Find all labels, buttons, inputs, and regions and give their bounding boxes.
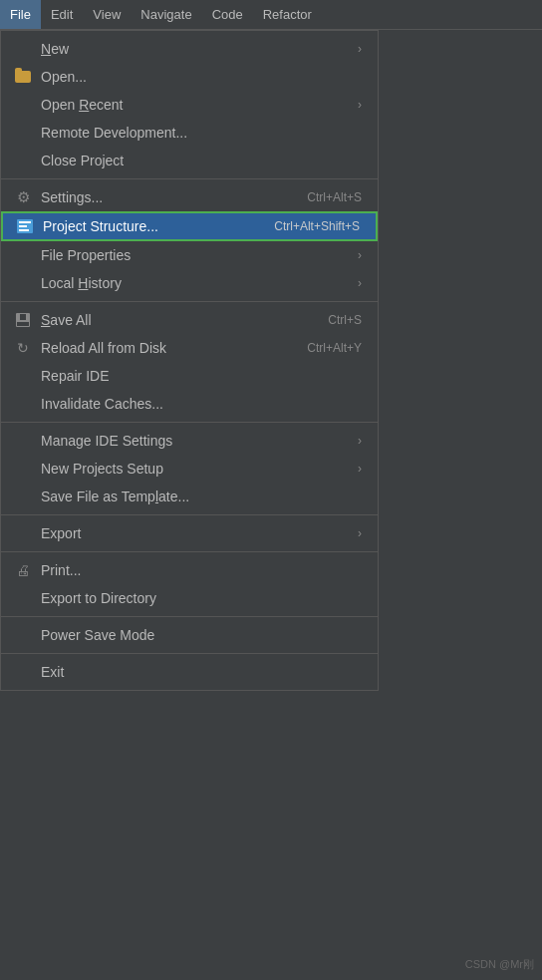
menu-item-invalidate-caches-label: Invalidate Caches... (41, 396, 362, 412)
menu-item-remote-development[interactable]: Remote Development... (1, 119, 378, 147)
menu-item-file-properties[interactable]: File Properties › (1, 241, 378, 269)
menu-item-manage-ide-settings-label: Manage IDE Settings (41, 433, 350, 449)
menu-item-save-file-template[interactable]: Save File as Template... (1, 483, 378, 510)
local-history-arrow-icon: › (358, 276, 362, 290)
menu-item-open-label: Open... (41, 69, 362, 85)
watermark: CSDN @Mr刚 (465, 957, 534, 972)
file-properties-arrow-icon: › (358, 248, 362, 262)
menu-file-label: File (10, 7, 31, 22)
menu-item-save-all-shortcut: Ctrl+S (328, 313, 362, 327)
menu-item-power-save-mode-label: Power Save Mode (41, 627, 362, 643)
separator-6 (1, 616, 378, 617)
menu-item-invalidate-caches[interactable]: Invalidate Caches... (1, 390, 378, 418)
open-folder-icon (11, 71, 35, 83)
file-dropdown-menu: New › Open... Open Recent › Remote Devel… (0, 30, 379, 691)
menu-item-manage-ide-settings[interactable]: Manage IDE Settings › (1, 427, 378, 455)
menu-item-settings-shortcut: Ctrl+Alt+S (307, 190, 362, 204)
menu-item-local-history-label: Local History (41, 275, 350, 291)
export-arrow-icon: › (358, 526, 362, 540)
menu-item-open-recent[interactable]: Open Recent › (1, 91, 378, 119)
menu-navigate-label: Navigate (140, 7, 191, 22)
menu-item-local-history[interactable]: Local History › (1, 269, 378, 297)
separator-3 (1, 422, 378, 423)
open-recent-arrow-icon: › (358, 98, 362, 112)
new-arrow-icon: › (358, 42, 362, 56)
menu-item-open-recent-label: Open Recent (41, 97, 350, 113)
menu-item-reload-all-shortcut: Ctrl+Alt+Y (307, 341, 362, 355)
menu-item-project-structure-label: Project Structure... (43, 218, 254, 234)
menu-item-save-all[interactable]: Save All Ctrl+S (1, 306, 378, 334)
menu-item-settings-label: Settings... (41, 189, 287, 205)
print-icon: 🖨 (11, 562, 35, 578)
menu-code[interactable]: Code (202, 0, 253, 29)
menu-code-label: Code (212, 7, 243, 22)
menu-item-repair-ide[interactable]: Repair IDE (1, 362, 378, 390)
separator-4 (1, 514, 378, 515)
manage-ide-settings-arrow-icon: › (358, 434, 362, 448)
menu-item-save-all-label: Save All (41, 312, 308, 328)
menu-item-file-properties-label: File Properties (41, 247, 350, 263)
menu-refactor-label: Refactor (263, 7, 312, 22)
menu-bar: File Edit View Navigate Code Refactor (0, 0, 542, 30)
menu-view-label: View (93, 7, 121, 22)
menu-item-open[interactable]: Open... (1, 63, 378, 91)
menu-item-new-projects-setup-label: New Projects Setup (41, 461, 350, 477)
separator-5 (1, 551, 378, 552)
menu-item-export-label: Export (41, 525, 350, 541)
separator-7 (1, 653, 378, 654)
menu-refactor[interactable]: Refactor (253, 0, 322, 29)
menu-item-exit[interactable]: Exit (1, 658, 378, 686)
separator-1 (1, 178, 378, 179)
menu-view[interactable]: View (83, 0, 131, 29)
menu-item-new-projects-setup[interactable]: New Projects Setup › (1, 455, 378, 483)
menu-item-power-save-mode[interactable]: Power Save Mode (1, 621, 378, 649)
menu-item-export-directory[interactable]: Export to Directory (1, 584, 378, 612)
watermark-text: CSDN @Mr刚 (465, 958, 534, 970)
separator-2 (1, 301, 378, 302)
menu-edit[interactable]: Edit (41, 0, 83, 29)
menu-item-repair-ide-label: Repair IDE (41, 368, 362, 384)
menu-item-print[interactable]: 🖨 Print... (1, 556, 378, 584)
menu-item-export[interactable]: Export › (1, 519, 378, 547)
menu-item-new[interactable]: New › (1, 35, 378, 63)
save-all-icon (11, 313, 35, 327)
menu-item-exit-label: Exit (41, 664, 362, 680)
menu-item-reload-all[interactable]: ↻ Reload All from Disk Ctrl+Alt+Y (1, 334, 378, 362)
settings-wrench-icon: ⚙ (11, 188, 35, 206)
menu-navigate[interactable]: Navigate (131, 0, 201, 29)
menu-edit-label: Edit (51, 7, 73, 22)
menu-item-close-project[interactable]: Close Project (1, 147, 378, 174)
menu-item-close-project-label: Close Project (41, 153, 362, 168)
reload-all-icon: ↻ (11, 340, 35, 356)
menu-item-settings[interactable]: ⚙ Settings... Ctrl+Alt+S (1, 183, 378, 211)
menu-item-remote-development-label: Remote Development... (41, 125, 362, 141)
menu-item-reload-all-label: Reload All from Disk (41, 340, 287, 356)
menu-item-project-structure-shortcut: Ctrl+Alt+Shift+S (274, 219, 360, 233)
menu-item-save-file-template-label: Save File as Template... (41, 489, 362, 504)
menu-item-export-directory-label: Export to Directory (41, 590, 362, 606)
new-projects-setup-arrow-icon: › (358, 462, 362, 476)
menu-item-project-structure[interactable]: Project Structure... Ctrl+Alt+Shift+S (1, 211, 378, 241)
menu-file[interactable]: File (0, 0, 41, 29)
menu-item-print-label: Print... (41, 562, 362, 578)
project-structure-icon (13, 219, 37, 233)
menu-item-new-label: New (41, 41, 350, 57)
